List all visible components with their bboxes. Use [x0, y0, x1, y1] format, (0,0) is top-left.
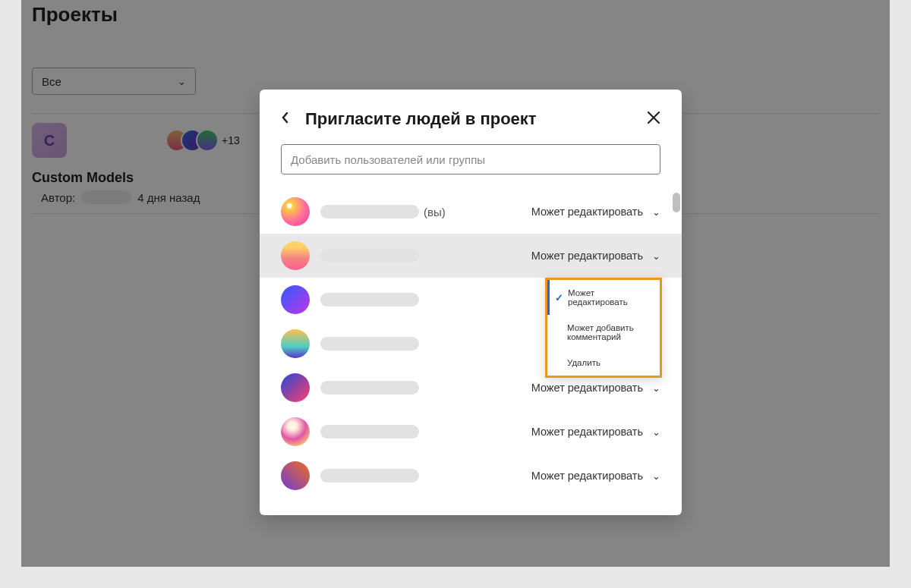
user-avatar — [281, 373, 310, 402]
chevron-down-icon: ⌄ — [652, 470, 660, 482]
chevron-down-icon: ⌄ — [652, 250, 660, 262]
people-list: (вы) Может редактировать ⌄ Может редакти… — [260, 190, 682, 508]
invite-modal: Пригласите людей в проект Добавить польз… — [260, 90, 682, 515]
user-avatar — [281, 461, 310, 490]
close-icon — [647, 111, 660, 124]
person-row: Может редактировать ⌄ — [260, 454, 682, 498]
option-label: Может редактировать — [568, 288, 652, 307]
user-name-redacted — [320, 337, 419, 351]
chevron-down-icon: ⌄ — [652, 426, 660, 438]
permission-option-delete[interactable]: Удалить — [547, 350, 660, 376]
permission-dropdown[interactable]: Может редактировать ⌄ — [531, 470, 660, 482]
permission-dropdown[interactable]: Может редактировать ⌄ — [531, 382, 660, 394]
modal-scrollbar[interactable] — [673, 193, 680, 212]
user-name-redacted — [320, 381, 419, 395]
user-avatar — [281, 197, 310, 226]
chevron-left-icon — [281, 112, 290, 124]
permission-dropdown[interactable]: Может редактировать ⌄ — [531, 426, 660, 438]
back-button[interactable] — [281, 112, 290, 127]
permission-option-edit[interactable]: ✓ Может редактировать — [547, 280, 660, 315]
user-avatar — [281, 329, 310, 358]
close-button[interactable] — [647, 109, 660, 129]
user-name-redacted — [320, 293, 419, 307]
option-label: Может добавить комментарий — [567, 323, 652, 341]
input-placeholder: Добавить пользователей или группы — [291, 153, 485, 166]
user-avatar — [281, 417, 310, 446]
user-name-redacted — [320, 425, 419, 439]
user-avatar — [281, 285, 310, 314]
check-icon: ✓ — [555, 292, 563, 303]
person-row: Может редактировать ⌄ — [260, 410, 682, 454]
person-row: Может редактировать ⌄ — [260, 234, 682, 278]
permission-label: Может редактировать — [531, 206, 643, 218]
add-users-input[interactable]: Добавить пользователей или группы — [281, 144, 660, 175]
permission-option-comment[interactable]: Может добавить комментарий — [547, 315, 660, 350]
chevron-down-icon: ⌄ — [652, 382, 660, 394]
user-name-redacted — [320, 249, 419, 263]
permission-label: Может редактировать — [531, 426, 643, 438]
user-avatar — [281, 241, 310, 270]
chevron-down-icon: ⌄ — [652, 206, 660, 218]
permission-label: Может редактировать — [531, 250, 643, 262]
person-row: (вы) Может редактировать ⌄ — [260, 190, 682, 234]
you-suffix: (вы) — [424, 206, 446, 219]
permission-dropdown[interactable]: Может редактировать ⌄ — [531, 250, 660, 262]
permission-label: Может редактировать — [531, 470, 643, 482]
permission-label: Может редактировать — [531, 382, 643, 394]
option-label: Удалить — [567, 358, 601, 367]
permission-dropdown[interactable]: Может редактировать ⌄ — [531, 206, 660, 218]
user-name-redacted — [320, 205, 419, 219]
modal-title: Пригласите людей в проект — [305, 109, 647, 129]
user-name-redacted — [320, 469, 419, 483]
permission-menu: ✓ Может редактировать Может добавить ком… — [545, 278, 662, 378]
